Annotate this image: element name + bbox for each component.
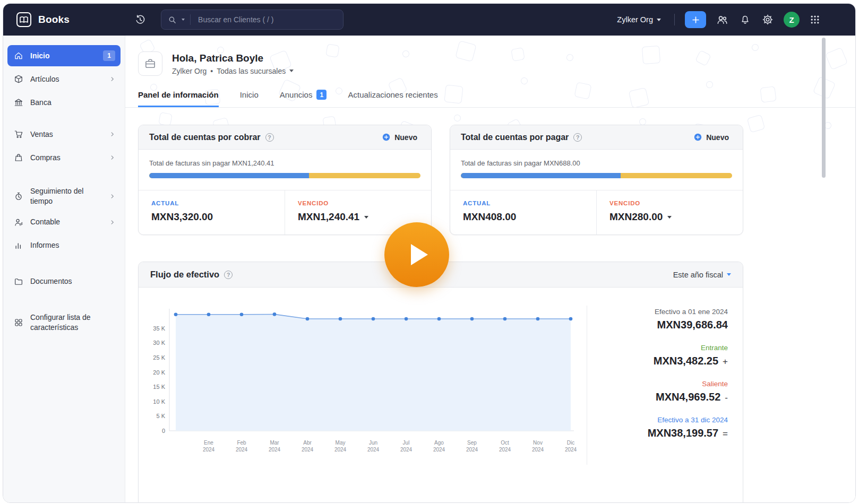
chevron-right-icon bbox=[109, 193, 115, 199]
sidebar-item-articulos[interactable]: Artículos bbox=[7, 68, 121, 90]
sidebar-gap bbox=[3, 115, 125, 124]
svg-text:2024: 2024 bbox=[367, 447, 380, 453]
branch-selector[interactable]: Zylker Org • Todas las sucursales bbox=[172, 67, 294, 75]
sidebar-item-label: Banca bbox=[30, 98, 51, 108]
overdue-value-row[interactable]: MXN1,240.41 bbox=[298, 211, 420, 223]
cashflow-chart: 05 K10 K15 K20 K25 K30 K35 KEne2024Feb20… bbox=[142, 302, 587, 465]
search-divider bbox=[190, 14, 191, 25]
quick-create-button[interactable] bbox=[685, 11, 706, 28]
unpaid-text: Total de facturas sin pagar MXN1,240.41 bbox=[149, 159, 420, 167]
avatar[interactable]: Z bbox=[784, 12, 800, 28]
outgoing-value-row: MXN4,969.52- bbox=[587, 391, 728, 403]
tab-inicio[interactable]: Inicio bbox=[240, 90, 259, 107]
svg-text:2024: 2024 bbox=[236, 447, 248, 453]
page-header: Hola, Patrica Boyle Zylker Org • Todas l… bbox=[138, 51, 855, 76]
svg-text:Abr: Abr bbox=[303, 440, 312, 446]
current-value: MXN3,320.00 bbox=[151, 211, 274, 223]
svg-text:Oct: Oct bbox=[501, 440, 509, 446]
shopping-bag-icon bbox=[14, 153, 23, 162]
sidebar-item-label: Configurar lista de características bbox=[30, 312, 100, 333]
tab-label: Inicio bbox=[240, 90, 259, 99]
payables-card: Total de cuentas por pagar ? Nuevo Total… bbox=[450, 125, 743, 235]
dashboard-tabs: Panel de información Inicio Anuncios 1 A… bbox=[125, 90, 855, 108]
svg-text:Mar: Mar bbox=[270, 440, 279, 446]
apps-grid-button[interactable] bbox=[809, 13, 821, 26]
sidebar-item-compras[interactable]: Compras bbox=[7, 147, 121, 168]
svg-text:2024: 2024 bbox=[400, 447, 413, 453]
sidebar-item-banca[interactable]: Banca bbox=[7, 92, 121, 113]
org-switcher[interactable]: Zylker Org bbox=[614, 15, 664, 24]
org-icon bbox=[138, 51, 162, 76]
search-input[interactable] bbox=[197, 15, 337, 24]
sidebar-item-label: Inicio bbox=[30, 51, 50, 61]
card-title: Total de cuentas por cobrar bbox=[149, 133, 261, 142]
svg-text:Nov: Nov bbox=[533, 440, 543, 446]
sidebar-item-ventas[interactable]: Ventas bbox=[7, 124, 121, 145]
new-payable-button[interactable]: Nuevo bbox=[690, 132, 732, 142]
tab-anuncios[interactable]: Anuncios 1 bbox=[280, 90, 327, 107]
main-content: Hola, Patrica Boyle Zylker Org • Todas l… bbox=[125, 36, 855, 503]
tab-panel-de-informacion[interactable]: Panel de información bbox=[138, 90, 219, 107]
card-stats: ACTUAL MXN408.00 VENCIDO MXN280.00 bbox=[450, 190, 743, 234]
topbar-actions: Zylker Org bbox=[614, 11, 821, 28]
opening-cash-label: Efectivo a 01 ene 2024 bbox=[587, 308, 728, 316]
help-icon[interactable]: ? bbox=[224, 271, 233, 279]
sidebar-gap bbox=[3, 170, 125, 183]
settings-button[interactable] bbox=[761, 13, 775, 27]
new-button-label: Nuevo bbox=[394, 133, 417, 142]
current-value: MXN408.00 bbox=[463, 211, 586, 223]
sidebar-item-label: Documentos bbox=[30, 276, 72, 286]
closing-cash-label: Efectivo a 31 dic 2024 bbox=[587, 416, 728, 424]
tab-actualizaciones-recientes[interactable]: Actualizaciones recientes bbox=[348, 90, 437, 107]
cashflow-body: 05 K10 K15 K20 K25 K30 K35 KEne2024Feb20… bbox=[139, 288, 743, 465]
svg-text:May: May bbox=[336, 440, 346, 446]
opening-cash-value: MXN39,686.84 bbox=[587, 319, 728, 331]
notifications-button[interactable] bbox=[738, 13, 752, 27]
sidebar-item-label: Compras bbox=[30, 153, 61, 163]
decorative-shape bbox=[454, 115, 461, 122]
users-button[interactable] bbox=[715, 13, 729, 27]
tab-label: Actualizaciones recientes bbox=[348, 90, 437, 99]
sidebar-item-configurar-caracteristicas[interactable]: Configurar lista de características bbox=[7, 309, 121, 336]
bank-icon bbox=[14, 98, 23, 107]
card-header: Total de cuentas por cobrar ? Nuevo bbox=[139, 125, 431, 150]
svg-text:30 K: 30 K bbox=[153, 340, 165, 346]
period-selector[interactable]: Este año fiscal bbox=[673, 271, 731, 279]
plus-icon bbox=[691, 15, 700, 24]
chevron-down-icon bbox=[727, 273, 731, 276]
chevron-down-icon[interactable] bbox=[182, 19, 185, 21]
svg-text:20 K: 20 K bbox=[153, 369, 165, 376]
video-play-button[interactable] bbox=[384, 222, 449, 287]
overdue-value-row[interactable]: MXN280.00 bbox=[609, 211, 732, 223]
recent-activity-button[interactable] bbox=[132, 12, 148, 28]
sidebar-item-seguimiento-del-tiempo[interactable]: Seguimiento del tiempo bbox=[7, 183, 121, 210]
sidebar-item-inicio[interactable]: Inicio 1 bbox=[7, 45, 121, 66]
current-stat: ACTUAL MXN3,320.00 bbox=[139, 190, 285, 234]
sidebar-item-label: Informes bbox=[30, 240, 59, 250]
svg-text:25 K: 25 K bbox=[153, 354, 165, 361]
svg-text:5 K: 5 K bbox=[156, 413, 165, 419]
svg-text:2024: 2024 bbox=[334, 447, 347, 453]
new-receivable-button[interactable]: Nuevo bbox=[379, 132, 420, 142]
sidebar-item-contable[interactable]: Contable bbox=[7, 212, 121, 233]
search-box[interactable] bbox=[161, 10, 343, 30]
sidebar-item-informes[interactable]: Informes bbox=[7, 235, 121, 256]
outgoing-label: Saliente bbox=[587, 380, 728, 388]
closing-cash-value-row: MXN38,199.57= bbox=[587, 427, 728, 439]
cashflow-title: Flujo de efectivo bbox=[150, 270, 219, 280]
topbar-divider bbox=[674, 14, 675, 25]
tab-badge: 1 bbox=[316, 90, 327, 100]
svg-text:Feb: Feb bbox=[237, 440, 246, 446]
decorative-shape bbox=[158, 112, 173, 126]
users-icon bbox=[716, 14, 728, 26]
plus-circle-icon bbox=[382, 133, 391, 142]
chevron-down-icon bbox=[657, 19, 661, 21]
vertical-scrollbar[interactable] bbox=[822, 38, 826, 178]
help-icon[interactable]: ? bbox=[573, 133, 582, 142]
help-icon[interactable]: ? bbox=[265, 133, 274, 142]
chevron-down-icon bbox=[364, 216, 368, 219]
sidebar-item-label: Seguimiento del tiempo bbox=[30, 186, 98, 206]
svg-text:2024: 2024 bbox=[499, 447, 511, 453]
svg-text:Jul: Jul bbox=[403, 440, 410, 446]
sidebar-item-documentos[interactable]: Documentos bbox=[7, 271, 121, 292]
